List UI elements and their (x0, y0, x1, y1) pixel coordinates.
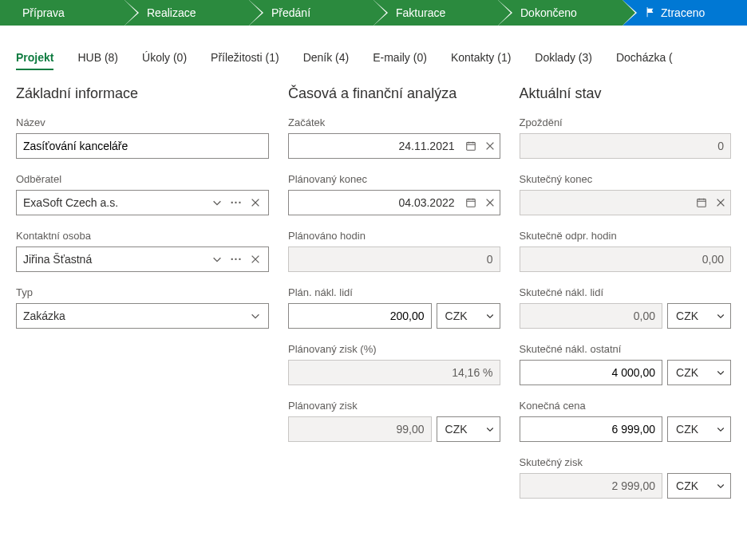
field-type: Typ Zakázka (16, 286, 269, 329)
input-actual-other-cost[interactable] (520, 360, 663, 385)
stage-label: Ztraceno (661, 6, 705, 19)
chevron-down-icon (716, 368, 725, 377)
close-icon[interactable] (480, 136, 500, 156)
lookup-customer[interactable]: ExaSoft Czech a.s. ··· (16, 190, 269, 215)
form-columns: Základní informace Název Odběratel ExaSo… (0, 85, 747, 537)
close-icon[interactable] (711, 193, 730, 212)
label-type: Typ (16, 286, 269, 298)
label-actual-people-cost: Skutečné nákl. lidí (520, 286, 732, 298)
label-actual-profit: Skutečný zisk (520, 456, 732, 468)
date-actual-end[interactable] (520, 190, 732, 215)
chevron-down-icon (716, 424, 725, 434)
close-icon[interactable] (246, 250, 265, 269)
stage-label: Realizace (147, 6, 196, 19)
label-contact: Kontaktní osoba (16, 230, 269, 242)
section-title-actual: Aktuální stav (520, 85, 732, 102)
field-contact: Kontaktní osoba Jiřina Šťastná ··· (16, 230, 269, 272)
label-final-price: Konečná cena (520, 400, 732, 412)
ellipsis-icon[interactable]: ··· (227, 193, 246, 212)
calendar-icon[interactable] (461, 193, 480, 212)
chevron-down-icon (716, 311, 725, 321)
label-actual-hours: Skutečně odpr. hodin (520, 230, 732, 242)
calendar-icon[interactable] (461, 136, 480, 156)
field-actual-other-cost: Skutečné nákl. ostatní CZK (520, 343, 732, 385)
label-planned-end: Plánovaný konec (288, 173, 500, 185)
chevron-down-icon[interactable] (208, 250, 227, 269)
field-planned-hours: Plánováno hodin 0 (288, 230, 500, 272)
field-start: Začátek 24.11.2021 (288, 116, 500, 159)
stage-label: Dokončeno (520, 6, 577, 19)
field-final-price: Konečná cena CZK (520, 400, 732, 442)
tab-kontakty[interactable]: Kontakty (1) (451, 45, 511, 70)
chevron-down-icon[interactable] (208, 193, 227, 212)
field-planned-people-cost: Plán. nákl. lidí CZK (288, 286, 500, 329)
currency-select[interactable]: CZK (667, 303, 731, 329)
close-icon[interactable] (246, 193, 265, 212)
lookup-customer-text: ExaSoft Czech a.s. (23, 196, 208, 209)
tab-bar: Projekt HUB (8) Úkoly (0) Příležitosti (… (0, 45, 747, 71)
field-actual-profit: Skutečný zisk 2 999,00 CZK (520, 456, 732, 499)
label-actual-end: Skutečný konec (520, 173, 732, 185)
tab-ukoly[interactable]: Úkoly (0) (142, 45, 187, 70)
tab-hub[interactable]: HUB (8) (77, 45, 118, 70)
select-type[interactable]: Zakázka (16, 303, 269, 329)
svg-rect-1 (466, 199, 475, 207)
stage-label: Fakturace (396, 6, 445, 19)
currency-select[interactable]: CZK (437, 416, 500, 442)
label-actual-other-cost: Skutečné nákl. ostatní (520, 343, 732, 355)
stage-priprava[interactable]: Příprava (0, 0, 125, 26)
field-actual-hours: Skutečně odpr. hodin 0,00 (520, 230, 732, 272)
date-planned-end[interactable]: 04.03.2022 (288, 190, 500, 215)
stage-ztraceno[interactable]: Ztraceno (622, 0, 747, 26)
label-planned-hours: Plánováno hodin (288, 230, 500, 242)
close-icon[interactable] (480, 193, 500, 212)
readonly-actual-profit: 2 999,00 (520, 473, 663, 499)
currency-select[interactable]: CZK (667, 473, 731, 499)
calendar-icon[interactable] (692, 193, 711, 212)
currency-select[interactable]: CZK (667, 416, 731, 442)
tab-doklady[interactable]: Doklady (3) (535, 45, 592, 70)
tab-projekt[interactable]: Projekt (16, 45, 53, 70)
currency-select[interactable]: CZK (437, 303, 500, 329)
field-planned-profit: Plánovaný zisk 99,00 CZK (288, 400, 500, 442)
section-title-basic: Základní informace (16, 85, 269, 102)
tab-denik[interactable]: Deník (4) (303, 45, 350, 70)
lookup-contact[interactable]: Jiřina Šťastná ··· (16, 246, 269, 272)
chevron-down-icon (716, 481, 725, 491)
stage-dokonceno[interactable]: Dokončeno (498, 0, 622, 26)
field-actual-end: Skutečný konec (520, 173, 732, 215)
date-start[interactable]: 24.11.2021 (288, 133, 500, 159)
readonly-actual-people-cost: 0,00 (520, 303, 663, 329)
date-start-text: 24.11.2021 (289, 140, 461, 152)
tab-emaily[interactable]: E-maily (0) (373, 45, 427, 70)
readonly-delay: 0 (520, 133, 732, 159)
lookup-contact-text: Jiřina Šťastná (23, 253, 208, 266)
chevron-down-icon[interactable] (246, 306, 265, 325)
stage-fakturace[interactable]: Fakturace (374, 0, 498, 26)
input-planned-people-cost[interactable] (288, 303, 432, 329)
tab-prilezitosti[interactable]: Příležitosti (1) (211, 45, 279, 70)
field-delay: Zpoždění 0 (520, 116, 732, 159)
label-customer: Odběratel (16, 173, 269, 185)
column-actual: Aktuální stav Zpoždění 0 Skutečný konec … (520, 85, 732, 513)
field-name: Název (16, 116, 269, 159)
input-name[interactable] (16, 133, 269, 159)
input-final-price[interactable] (520, 416, 663, 442)
readonly-planned-profit-pct: 14,16 % (288, 360, 500, 385)
select-type-text: Zakázka (23, 310, 246, 322)
date-planned-end-text: 04.03.2022 (289, 196, 461, 209)
flag-icon (645, 6, 656, 20)
section-title-analysis: Časová a finanční analýza (288, 85, 500, 102)
currency-select[interactable]: CZK (667, 360, 731, 385)
label-name: Název (16, 116, 269, 128)
field-customer: Odběratel ExaSoft Czech a.s. ··· (16, 173, 269, 215)
label-start: Začátek (288, 116, 500, 128)
column-basic: Základní informace Název Odběratel ExaSo… (16, 85, 269, 513)
readonly-planned-profit: 99,00 (288, 416, 432, 442)
ellipsis-icon[interactable]: ··· (227, 250, 246, 269)
chevron-down-icon (485, 424, 495, 434)
stage-realizace[interactable]: Realizace (125, 0, 249, 26)
field-planned-end: Plánovaný konec 04.03.2022 (288, 173, 500, 215)
stage-predani[interactable]: Předání (249, 0, 374, 26)
tab-dochazka[interactable]: Docházka ( (616, 45, 673, 70)
